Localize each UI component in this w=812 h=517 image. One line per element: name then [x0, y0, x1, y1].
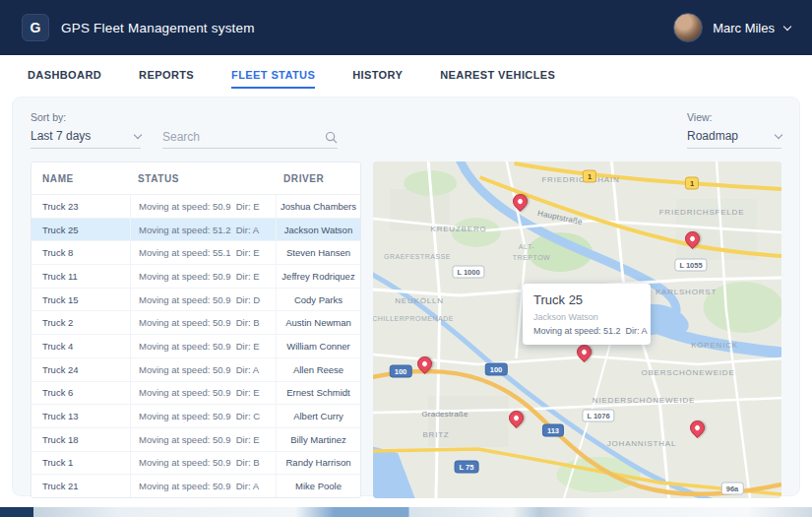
map-label: BRITZ — [422, 430, 449, 439]
cell-status: Moving at speed: 50.9 Dir: E — [130, 428, 276, 451]
table-row[interactable]: Truck 23Moving at speed: 50.9 Dir: EJosh… — [31, 195, 360, 219]
road-badge: L 1055 — [674, 259, 707, 272]
cell-status: Moving at speed: 50.9 Dir: E — [130, 382, 276, 405]
cell-name: Truck 4 — [31, 341, 130, 352]
user-menu[interactable]: Marc Miles — [673, 13, 790, 42]
user-name: Marc Miles — [713, 21, 775, 35]
map[interactable]: FRIEDRICHSHAINBIESDORFBIESDORFHauptstraß… — [373, 162, 781, 498]
road-badge: 96a — [721, 483, 744, 495]
vehicle-pin[interactable] — [510, 191, 531, 212]
table-row[interactable]: Truck 6Moving at speed: 50.9 Dir: EErnes… — [31, 382, 360, 406]
table-row[interactable]: Truck 13Moving at speed: 50.9 Dir: CAlbe… — [31, 405, 360, 428]
avatar[interactable] — [673, 13, 703, 42]
tab-reports[interactable]: REPORTS — [139, 64, 194, 89]
cell-driver: Austin Newman — [276, 311, 360, 334]
map-label: Gradestraße — [421, 410, 468, 419]
search-icon — [325, 131, 338, 144]
cell-status: Moving at speed: 51.2 Dir: A — [130, 219, 276, 241]
sort-label: Sort by: — [31, 111, 141, 123]
cell-driver: Albert Curry — [276, 405, 360, 427]
cell-name: Truck 24 — [31, 364, 130, 375]
vehicle-tooltip: Truck 25 Jackson Watson Moving at speed:… — [523, 284, 651, 345]
cell-driver: Ernest Schmidt — [276, 382, 360, 405]
vehicle-pin[interactable] — [682, 228, 703, 249]
cell-driver: William Conner — [276, 335, 360, 357]
cell-status: Moving at speed: 50.9 Dir: E — [130, 195, 276, 218]
cell-name: Truck 6 — [31, 387, 130, 398]
cell-name: Truck 13 — [31, 411, 130, 421]
sort-field: Sort by: Last 7 days — [31, 111, 141, 149]
cell-driver: Allen Reese — [276, 358, 360, 381]
cell-name: Truck 11 — [31, 271, 130, 282]
column-header-name: NAME — [31, 173, 130, 184]
search-box — [162, 130, 338, 149]
table-row[interactable]: Truck 21Moving at speed: 50.9 Dir: AMike… — [31, 475, 360, 498]
cell-driver: Jeffrey Rodriquez — [276, 265, 360, 288]
map-label: Hauptstraße — [536, 209, 583, 226]
map-label: NIEDERSCHÖNEWEIDE — [593, 396, 695, 405]
nav-tabs: DASHBOARDREPORTSFLEET STATUSHISTORYNEARE… — [0, 55, 812, 97]
tab-nearest-vehicles[interactable]: NEAREST VEHICLES — [440, 64, 555, 89]
table-row[interactable]: Truck 4Moving at speed: 50.9 Dir: EWilli… — [31, 335, 360, 358]
cell-status: Moving at speed: 50.9 Dir: E — [130, 335, 276, 357]
vehicle-pin[interactable] — [506, 408, 527, 428]
cell-driver: Randy Harrison — [276, 452, 360, 475]
map-label: KARLSHORST — [656, 288, 717, 296]
road-badge: 1 — [583, 170, 596, 183]
view-field: View: Roadmap — [687, 111, 781, 149]
cell-status: Moving at speed: 50.9 Dir: E — [130, 265, 276, 288]
road-badge: L 1076 — [582, 410, 614, 422]
road-badge: L 1000 — [452, 266, 484, 279]
tooltip-vehicle-name: Truck 25 — [533, 292, 640, 307]
road-badge: 113 — [542, 424, 564, 437]
tooltip-driver-name: Jackson Watson — [533, 312, 640, 322]
table-row[interactable]: Truck 24Moving at speed: 50.9 Dir: AAlle… — [31, 358, 360, 382]
cell-driver: Cody Parks — [276, 289, 360, 311]
table-row[interactable]: Truck 15Moving at speed: 50.9 Dir: DCody… — [31, 289, 360, 312]
map-label: NEUKÖLLN — [395, 296, 444, 305]
search-input[interactable] — [162, 130, 325, 144]
cell-name: Truck 15 — [31, 294, 130, 305]
chevron-down-icon — [783, 22, 791, 30]
sort-value: Last 7 days — [31, 129, 91, 143]
toolbar: Sort by: Last 7 days View: Roadmap — [27, 109, 785, 162]
cell-name: Truck 25 — [31, 225, 130, 235]
map-label: JOHANNISTHAL — [607, 439, 677, 448]
table-row[interactable]: Truck 11Moving at speed: 50.9 Dir: EJeff… — [31, 265, 360, 289]
map-label: SCHILLERPROMENADE — [373, 315, 454, 322]
tab-dashboard[interactable]: DASHBOARD — [28, 64, 101, 89]
table-row[interactable]: Truck 18Moving at speed: 50.9 Dir: EBill… — [31, 428, 360, 452]
road-badge: 1 — [685, 177, 699, 190]
vehicle-table: NAMESTATUSDRIVER Truck 23Moving at speed… — [31, 162, 361, 498]
map-label: KÖPENICK — [691, 341, 738, 350]
cell-status: Moving at speed: 55.1 Dir: E — [130, 241, 276, 264]
sort-select[interactable]: Last 7 days — [31, 129, 141, 149]
view-label: View: — [687, 111, 781, 123]
tab-fleet-status[interactable]: FLEET STATUS — [231, 64, 315, 89]
map-label: TREPTOW — [513, 254, 550, 261]
table-row[interactable]: Truck 2Moving at speed: 50.9 Dir: BAusti… — [31, 311, 360, 335]
cell-status: Moving at speed: 50.9 Dir: B — [130, 311, 276, 334]
cell-status: Moving at speed: 50.9 Dir: A — [130, 475, 276, 497]
view-select[interactable]: Roadmap — [687, 129, 781, 149]
column-header-status: STATUS — [130, 173, 276, 184]
bottom-window-sliver — [0, 507, 812, 517]
chevron-down-icon — [775, 131, 782, 139]
cell-driver: Joshua Chambers — [276, 195, 360, 218]
vehicle-pin[interactable] — [414, 354, 435, 374]
cell-driver: Steven Hansen — [276, 241, 360, 264]
cell-status: Moving at speed: 50.9 Dir: D — [130, 289, 276, 311]
cell-status: Moving at speed: 50.9 Dir: B — [130, 452, 276, 475]
cell-name: Truck 18 — [31, 434, 130, 445]
road-badge: 100 — [485, 363, 508, 376]
vehicle-pin[interactable] — [687, 418, 708, 438]
table-row[interactable]: Truck 1Moving at speed: 50.9 Dir: BRandy… — [31, 452, 360, 476]
vehicle-pin-selected[interactable] — [574, 342, 594, 362]
column-header-driver: DRIVER — [276, 173, 360, 184]
table-row[interactable]: Truck 25Moving at speed: 51.2 Dir: AJack… — [31, 219, 360, 242]
table-row[interactable]: Truck 8Moving at speed: 55.1 Dir: ESteve… — [31, 241, 360, 265]
cell-status: Moving at speed: 50.9 Dir: A — [130, 358, 276, 381]
tab-history[interactable]: HISTORY — [352, 64, 403, 89]
road-badge: 100 — [390, 365, 412, 378]
chevron-down-icon — [134, 131, 142, 139]
